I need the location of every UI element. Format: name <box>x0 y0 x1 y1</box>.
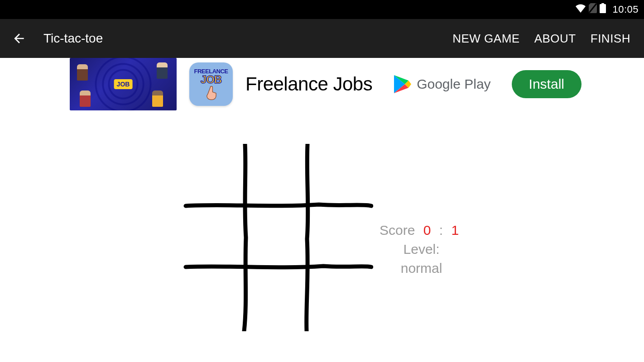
status-clock: 10:05 <box>612 4 639 15</box>
game-info: Score 0 : 1 Level: normal <box>380 221 463 278</box>
battery-icon <box>600 3 606 16</box>
menu-finish[interactable]: FINISH <box>583 32 638 46</box>
game-area: Score 0 : 1 Level: normal <box>0 110 644 362</box>
google-play-badge: Google Play <box>393 74 490 94</box>
ad-banner[interactable]: JOB FREELANCE JOB Freelance Jobs Google … <box>0 58 644 110</box>
score-right: 1 <box>451 223 459 238</box>
cell-2-1[interactable] <box>246 271 306 329</box>
ad-app-icon: FREELANCE JOB <box>189 62 233 106</box>
cell-2-2[interactable] <box>310 271 370 329</box>
level-label: Level: <box>380 240 463 259</box>
no-sim-icon <box>589 3 597 16</box>
cell-0-0[interactable] <box>183 144 243 203</box>
level-value: normal <box>380 259 463 278</box>
cell-0-2[interactable] <box>310 144 370 203</box>
score-left: 0 <box>423 223 431 238</box>
svg-rect-1 <box>600 4 606 13</box>
cell-1-1[interactable] <box>246 207 306 266</box>
score-line: Score 0 : 1 <box>380 221 463 240</box>
score-label: Score <box>380 223 415 238</box>
back-button[interactable] <box>8 28 30 49</box>
app-title: Tic-tac-toe <box>43 31 103 46</box>
google-play-icon <box>393 74 411 94</box>
install-button[interactable]: Install <box>512 70 582 98</box>
menu-new-game[interactable]: NEW GAME <box>445 32 527 46</box>
google-play-label: Google Play <box>417 76 490 92</box>
tictactoe-board <box>183 144 373 331</box>
arrow-left-icon <box>12 31 26 46</box>
pointer-hand-icon <box>203 85 219 100</box>
cell-0-1[interactable] <box>246 144 306 203</box>
ad-icon-text-main: JOB <box>201 75 221 85</box>
status-icons: 10:05 <box>575 3 639 16</box>
cell-2-0[interactable] <box>183 271 243 329</box>
ad-thumb-logo: JOB <box>114 79 133 89</box>
ad-title: Freelance Jobs <box>245 73 372 95</box>
android-status-bar: 10:05 <box>0 0 644 19</box>
app-bar: Tic-tac-toe NEW GAME ABOUT FINISH <box>0 19 644 58</box>
ad-thumbnail: JOB <box>70 58 177 110</box>
menu-about[interactable]: ABOUT <box>527 32 583 46</box>
score-separator: : <box>439 223 443 238</box>
svg-rect-2 <box>601 3 604 5</box>
cell-1-2[interactable] <box>310 207 370 266</box>
cell-1-0[interactable] <box>183 207 243 266</box>
wifi-icon <box>575 4 586 15</box>
